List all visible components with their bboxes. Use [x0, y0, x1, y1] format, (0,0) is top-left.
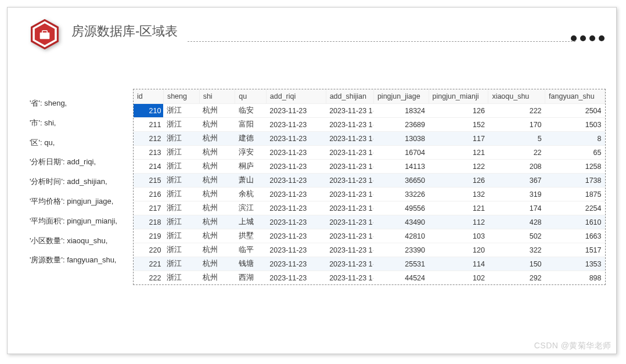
cell-shi[interactable]: 杭州 [199, 201, 235, 215]
cell-qu[interactable]: 上城 [235, 215, 266, 229]
table-header-row[interactable]: id sheng shi qu add_riqi add_shijian pin… [134, 89, 605, 104]
cell-qu[interactable]: 西湖 [235, 271, 266, 285]
cell-add-riqi[interactable]: 2023-11-23 [266, 215, 326, 229]
cell-add-shijian[interactable]: 2023-11-23 1· [326, 146, 373, 160]
cell-fangyuan-shu[interactable]: 1663 [545, 229, 605, 243]
cell-pingjun-mianji[interactable]: 126 [429, 104, 488, 118]
cell-shi[interactable]: 杭州 [199, 104, 235, 118]
cell-qu[interactable]: 钱塘 [235, 257, 266, 271]
cell-id[interactable]: 218 [134, 215, 163, 229]
cell-shi[interactable]: 杭州 [199, 243, 235, 257]
cell-pingjun-mianji[interactable]: 132 [429, 188, 488, 201]
cell-add-riqi[interactable]: 2023-11-23 [266, 229, 326, 243]
th-shi[interactable]: shi [199, 89, 235, 104]
cell-shi[interactable]: 杭州 [199, 257, 235, 271]
cell-add-riqi[interactable]: 2023-11-23 [266, 243, 326, 257]
cell-shi[interactable]: 杭州 [199, 146, 235, 160]
cell-xiaoqu-shu[interactable]: 367 [488, 174, 545, 188]
cell-sheng[interactable]: 浙江 [163, 243, 199, 257]
cell-fangyuan-shu[interactable]: 2504 [545, 104, 605, 118]
cell-sheng[interactable]: 浙江 [163, 257, 199, 271]
cell-id[interactable]: 215 [134, 174, 163, 188]
cell-add-shijian[interactable]: 2023-11-23 1· [326, 188, 373, 201]
cell-add-shijian[interactable]: 2023-11-23 1· [326, 257, 373, 271]
cell-shi[interactable]: 杭州 [199, 215, 235, 229]
cell-xiaoqu-shu[interactable]: 322 [488, 243, 545, 257]
cell-pingjun-mianji[interactable]: 126 [429, 174, 488, 188]
cell-add-shijian[interactable]: 2023-11-23 1· [326, 201, 373, 215]
cell-add-shijian[interactable]: 2023-11-23 1· [326, 118, 373, 132]
table-row[interactable]: 221浙江杭州钱塘2023-11-232023-11-23 1·25531114… [134, 257, 605, 271]
cell-fangyuan-shu[interactable]: 65 [545, 146, 605, 160]
cell-shi[interactable]: 杭州 [199, 229, 235, 243]
cell-shi[interactable]: 杭州 [199, 174, 235, 188]
cell-pingjun-mianji[interactable]: 121 [429, 201, 488, 215]
cell-qu[interactable]: 淳安 [235, 146, 266, 160]
cell-id[interactable]: 211 [134, 118, 163, 132]
cell-pingjun-mianji[interactable]: 103 [429, 229, 488, 243]
cell-xiaoqu-shu[interactable]: 174 [488, 201, 545, 215]
cell-add-riqi[interactable]: 2023-11-23 [266, 201, 326, 215]
cell-pingjun-jiage[interactable]: 14113 [373, 160, 429, 174]
cell-add-riqi[interactable]: 2023-11-23 [266, 188, 326, 201]
cell-pingjun-jiage[interactable]: 23390 [373, 243, 429, 257]
cell-pingjun-jiage[interactable]: 23689 [373, 118, 429, 132]
cell-pingjun-jiage[interactable]: 33226 [373, 188, 429, 201]
cell-fangyuan-shu[interactable]: 1503 [545, 118, 605, 132]
cell-qu[interactable]: 拱墅 [235, 229, 266, 243]
cell-pingjun-jiage[interactable]: 13038 [373, 132, 429, 146]
th-qu[interactable]: qu [235, 89, 266, 104]
cell-fangyuan-shu[interactable]: 1517 [545, 243, 605, 257]
cell-pingjun-mianji[interactable]: 122 [429, 160, 488, 174]
cell-add-riqi[interactable]: 2023-11-23 [266, 174, 326, 188]
cell-sheng[interactable]: 浙江 [163, 104, 199, 118]
cell-add-riqi[interactable]: 2023-11-23 [266, 271, 326, 285]
cell-id[interactable]: 212 [134, 132, 163, 146]
cell-qu[interactable]: 临平 [235, 243, 266, 257]
cell-add-shijian[interactable]: 2023-11-23 1· [326, 271, 373, 285]
table-row[interactable]: 219浙江杭州拱墅2023-11-232023-11-23 1·42810103… [134, 229, 605, 243]
cell-sheng[interactable]: 浙江 [163, 215, 199, 229]
cell-fangyuan-shu[interactable]: 2254 [545, 201, 605, 215]
table-row[interactable]: 222浙江杭州西湖2023-11-232023-11-23 1·44524102… [134, 271, 605, 285]
cell-pingjun-mianji[interactable]: 121 [429, 146, 488, 160]
cell-sheng[interactable]: 浙江 [163, 132, 199, 146]
th-add-riqi[interactable]: add_riqi [266, 89, 326, 104]
cell-id[interactable]: 221 [134, 257, 163, 271]
cell-fangyuan-shu[interactable]: 1738 [545, 174, 605, 188]
cell-add-riqi[interactable]: 2023-11-23 [266, 257, 326, 271]
cell-add-shijian[interactable]: 2023-11-23 1· [326, 243, 373, 257]
cell-sheng[interactable]: 浙江 [163, 271, 199, 285]
cell-add-shijian[interactable]: 2023-11-23 1· [326, 104, 373, 118]
table-row[interactable]: 220浙江杭州临平2023-11-232023-11-23 1·23390120… [134, 243, 605, 257]
cell-shi[interactable]: 杭州 [199, 271, 235, 285]
table-row[interactable]: 215浙江杭州萧山2023-11-232023-11-23 1·36650126… [134, 174, 605, 188]
cell-id[interactable]: 210 [134, 104, 163, 118]
cell-sheng[interactable]: 浙江 [163, 201, 199, 215]
table-row[interactable]: 211浙江杭州富阳2023-11-232023-11-23 1·23689152… [134, 118, 605, 132]
cell-add-riqi[interactable]: 2023-11-23 [266, 104, 326, 118]
cell-add-riqi[interactable]: 2023-11-23 [266, 118, 326, 132]
cell-pingjun-mianji[interactable]: 152 [429, 118, 488, 132]
cell-add-riqi[interactable]: 2023-11-23 [266, 132, 326, 146]
cell-sheng[interactable]: 浙江 [163, 188, 199, 201]
cell-id[interactable]: 220 [134, 243, 163, 257]
cell-pingjun-jiage[interactable]: 36650 [373, 174, 429, 188]
cell-fangyuan-shu[interactable]: 1353 [545, 257, 605, 271]
cell-qu[interactable]: 余杭 [235, 188, 266, 201]
table-row[interactable]: 210浙江杭州临安2023-11-232023-11-23 1·18324126… [134, 104, 605, 118]
cell-xiaoqu-shu[interactable]: 150 [488, 257, 545, 271]
cell-xiaoqu-shu[interactable]: 5 [488, 132, 545, 146]
cell-add-riqi[interactable]: 2023-11-23 [266, 146, 326, 160]
cell-xiaoqu-shu[interactable]: 222 [488, 104, 545, 118]
cell-id[interactable]: 214 [134, 160, 163, 174]
cell-shi[interactable]: 杭州 [199, 160, 235, 174]
cell-sheng[interactable]: 浙江 [163, 229, 199, 243]
cell-pingjun-jiage[interactable]: 43490 [373, 215, 429, 229]
th-sheng[interactable]: sheng [163, 89, 199, 104]
th-id[interactable]: id [134, 89, 163, 104]
cell-xiaoqu-shu[interactable]: 319 [488, 188, 545, 201]
cell-id[interactable]: 219 [134, 229, 163, 243]
cell-qu[interactable]: 滨江 [235, 201, 266, 215]
cell-add-shijian[interactable]: 2023-11-23 1· [326, 215, 373, 229]
